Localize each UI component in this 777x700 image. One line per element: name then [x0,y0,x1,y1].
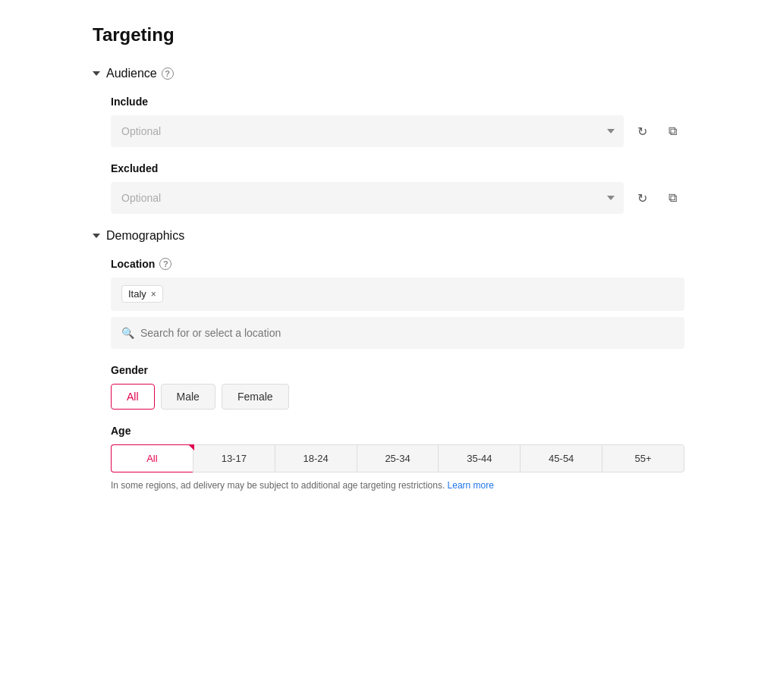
excluded-select-row: Optional ↻ ⧉ [111,182,684,214]
include-label: Include [111,96,684,108]
location-search-input[interactable] [140,327,674,339]
age-btn-55-plus[interactable]: 55+ [602,444,684,472]
gender-btn-female[interactable]: Female [222,384,289,410]
age-btn-18-24[interactable]: 18-24 [275,444,357,472]
audience-section-header[interactable]: Audience ? [93,67,684,80]
page-title: Targeting [93,24,684,46]
excluded-label: Excluded [111,162,684,174]
excluded-select-wrapper: Optional [111,182,624,214]
targeting-page: Targeting Audience ? Include Optional ↻ [62,0,715,530]
demographics-section-label: Demographics [106,229,184,243]
age-btn-35-44[interactable]: 35-44 [438,444,520,472]
excluded-field-group: Excluded Optional ↻ ⧉ [93,162,684,214]
location-tag-italy-label: Italy [128,288,146,300]
excluded-refresh-icon: ↻ [637,191,647,206]
gender-btn-male[interactable]: Male [161,384,215,410]
gender-options: All Male Female [111,384,684,410]
include-field-group: Include Optional ↻ ⧉ [93,96,684,147]
age-btn-13-17[interactable]: 13-17 [193,444,275,472]
location-selected-box: Italy × [111,278,684,311]
age-btn-all[interactable]: All [111,444,193,472]
include-copy-icon: ⧉ [668,124,677,138]
location-tag-italy-close[interactable]: × [151,289,156,300]
include-select[interactable]: Optional [111,115,624,147]
audience-help-icon[interactable]: ? [162,67,174,80]
gender-label: Gender [111,364,684,376]
demographics-chevron-icon [93,234,100,238]
demographics-section: Demographics Location ? Italy × 🔍 Gender [93,229,684,491]
location-label: Location [111,258,155,270]
age-options: All 13-17 18-24 25-34 35-44 45-54 55+ [111,444,684,472]
age-btn-25-34[interactable]: 25-34 [357,444,439,472]
age-btn-45-54[interactable]: 45-54 [520,444,602,472]
gender-field-group: Gender All Male Female [93,364,684,410]
include-refresh-button[interactable]: ↻ [630,119,654,143]
include-refresh-icon: ↻ [637,124,647,139]
excluded-refresh-button[interactable]: ↻ [630,186,654,210]
audience-chevron-icon [93,71,100,76]
excluded-placeholder: Optional [121,192,161,204]
age-notice-text: In some regions, ad delivery may be subj… [111,480,684,491]
excluded-copy-icon: ⧉ [668,191,677,205]
audience-section: Audience ? Include Optional ↻ ⧉ [93,67,684,214]
location-search-icon: 🔍 [121,327,134,339]
location-tag-italy: Italy × [121,285,163,303]
excluded-select[interactable]: Optional [111,182,624,214]
demographics-section-header[interactable]: Demographics [93,229,684,243]
gender-btn-all[interactable]: All [111,384,155,410]
include-select-row: Optional ↻ ⧉ [111,115,684,147]
location-search-box[interactable]: 🔍 [111,317,684,349]
age-notice-learn-more-link[interactable]: Learn more [448,480,494,491]
age-label: Age [111,425,684,437]
location-field-group: Location ? Italy × 🔍 [93,258,684,349]
include-select-wrapper: Optional [111,115,624,147]
include-copy-button[interactable]: ⧉ [660,119,684,143]
excluded-copy-button[interactable]: ⧉ [660,186,684,210]
include-placeholder: Optional [121,125,161,137]
audience-section-label: Audience [106,67,157,80]
location-help-icon[interactable]: ? [159,258,171,270]
age-field-group: Age All 13-17 18-24 25-34 35-44 45-54 55… [93,425,684,491]
